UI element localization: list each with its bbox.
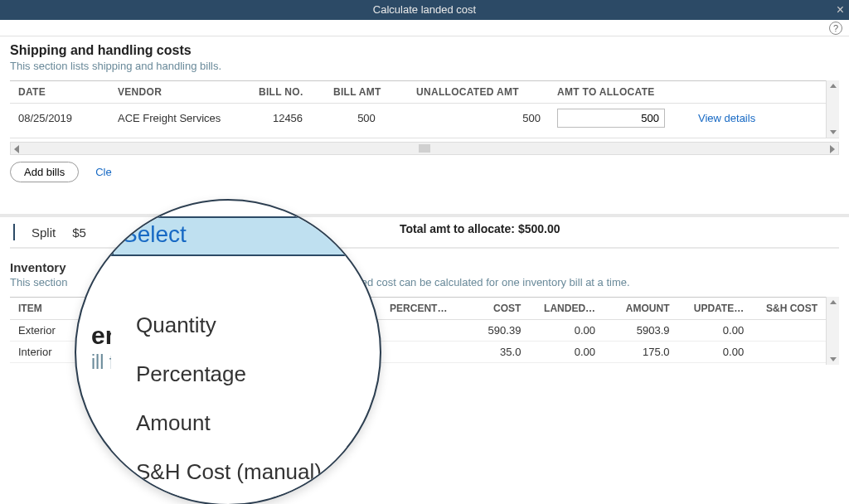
cell-landed: 0.00: [529, 342, 604, 363]
cell-date: 08/25/2019: [10, 104, 109, 133]
option-sh-cost-manual[interactable]: S&H Cost (manual): [111, 448, 347, 497]
col-percent: PERCENT…: [381, 298, 455, 320]
cell-unalloc: 500: [408, 104, 549, 133]
option-quantity[interactable]: Quantity: [111, 301, 347, 350]
add-bills-button[interactable]: Add bills: [10, 162, 79, 182]
cell-cost: 590.39: [455, 320, 529, 342]
option-percentage[interactable]: Percentage: [111, 350, 347, 399]
window-title: Calculate landed cost: [373, 3, 476, 16]
cell-amtalloc: [549, 104, 690, 133]
cell-billno: 12456: [250, 104, 325, 133]
split-amount-prefix: $5: [72, 225, 86, 240]
col-shcost: S&H COST: [752, 298, 826, 320]
cell-billamt: 500: [325, 104, 408, 133]
cell-cost: 35.0: [455, 342, 529, 363]
col-actions: [690, 81, 826, 104]
col-amount: AMOUNT: [604, 298, 677, 320]
total-allocate-line: Total amt to allocate: $500.00: [400, 222, 560, 235]
cell-update: 0.00: [678, 342, 753, 363]
bills-table-container: DATE VENDOR BILL NO. BILL AMT UNALLOCATE…: [10, 80, 839, 138]
cell-amount: 5903.9: [604, 320, 677, 342]
shipping-section-title: Shipping and handling costs: [10, 43, 839, 58]
cell-amount: 175.0: [604, 342, 677, 363]
view-details-link[interactable]: View details: [698, 112, 755, 124]
col-vendor: VENDOR: [109, 81, 250, 104]
col-unalloc: UNALLOCATED AMT: [408, 81, 549, 104]
vertical-scrollbar[interactable]: [826, 80, 839, 138]
cell-landed: 0.00: [529, 320, 604, 342]
cell-update: 0.00: [678, 320, 753, 342]
magnifier-overlay: Select ems ill fo Quantity Percentage Am…: [75, 199, 381, 504]
horizontal-scrollbar[interactable]: [10, 142, 839, 155]
split-indicator-icon: [13, 224, 15, 240]
col-date: DATE: [10, 81, 109, 104]
col-amtalloc: AMT TO ALLOCATE: [549, 81, 690, 104]
col-cost: COST: [455, 298, 529, 320]
clear-link[interactable]: Cle: [95, 166, 112, 178]
bills-header-row: DATE VENDOR BILL NO. BILL AMT UNALLOCATE…: [10, 81, 826, 104]
amt-to-allocate-input[interactable]: [557, 109, 665, 128]
cell-vendor: ACE Freight Services: [109, 104, 250, 133]
close-icon[interactable]: ×: [837, 0, 844, 20]
option-amount[interactable]: Amount: [111, 399, 347, 448]
col-billno: BILL NO.: [250, 81, 325, 104]
vertical-scrollbar[interactable]: [826, 297, 839, 365]
table-row[interactable]: 08/25/2019 ACE Freight Services 12456 50…: [10, 104, 826, 133]
split-label: Split: [32, 225, 56, 240]
split-by-dropdown: Quantity Percentage Amount S&H Cost (man…: [111, 301, 347, 497]
col-landed: LANDED…: [529, 298, 604, 320]
help-icon[interactable]: ?: [829, 22, 842, 35]
window-titlebar: Calculate landed cost ×: [0, 0, 849, 20]
toolbar-row: ?: [0, 20, 849, 36]
col-billamt: BILL AMT: [325, 81, 408, 104]
col-update: UPDATE…: [678, 298, 753, 320]
shipping-section-subtitle: This section lists shipping and handling…: [10, 60, 839, 72]
